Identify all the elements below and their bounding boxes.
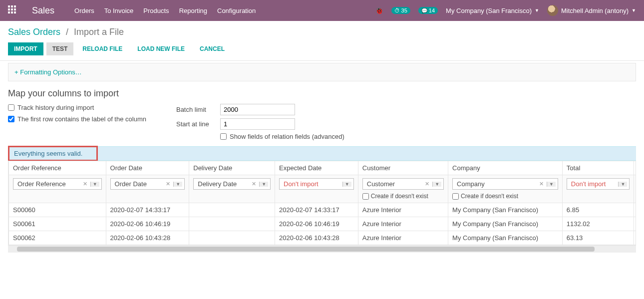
field-mapping-select[interactable]: Order Date✕▼ xyxy=(110,178,185,190)
activities-badge[interactable]: ⏱35 xyxy=(391,7,410,14)
table-cell: S00062 xyxy=(9,231,106,245)
table-cell: Azure Interior xyxy=(358,231,448,245)
table-cell: S00061 xyxy=(9,217,106,231)
test-button[interactable]: TEST xyxy=(46,42,74,55)
field-mapping-value: Delivery Date xyxy=(198,180,237,188)
formatting-options-toggle[interactable]: + Formatting Options… xyxy=(14,68,82,76)
breadcrumb-root[interactable]: Sales Orders xyxy=(8,27,60,37)
clear-mapping-icon[interactable]: ✕ xyxy=(539,181,544,187)
caret-down-icon: ▼ xyxy=(632,8,636,13)
dropdown-icon[interactable]: ▼ xyxy=(432,182,441,187)
menu-products[interactable]: Products xyxy=(143,7,169,14)
top-navigation: Sales Orders To Invoice Products Reporti… xyxy=(0,0,644,21)
table-cell: 2020-02-07 14:33:17 xyxy=(106,203,189,217)
dropdown-icon[interactable]: ▼ xyxy=(342,182,351,187)
clear-mapping-icon[interactable]: ✕ xyxy=(425,181,429,187)
clear-mapping-icon[interactable]: ✕ xyxy=(166,181,170,187)
control-panel: Sales Orders / Import a File IMPORT TEST… xyxy=(0,21,644,61)
field-mapping-value: Company xyxy=(457,180,485,188)
import-button[interactable]: IMPORT xyxy=(8,42,43,55)
cancel-button[interactable]: CANCEL xyxy=(194,42,231,55)
menu-orders[interactable]: Orders xyxy=(74,7,94,14)
dropdown-icon[interactable]: ▼ xyxy=(259,182,268,187)
create-if-missing-checkbox[interactable] xyxy=(452,193,459,200)
field-mapping-select[interactable]: Don't import▼ xyxy=(567,178,630,190)
track-history-checkbox[interactable] xyxy=(8,104,14,111)
reload-file-button[interactable]: RELOAD FILE xyxy=(76,42,128,55)
table-cell: 2020-02-06 10:43:28 xyxy=(106,231,189,245)
field-mapping-value: Order Reference xyxy=(17,180,66,188)
column-header: Customer xyxy=(358,161,448,175)
right-options: Batch limit Start at line Show fields of… xyxy=(176,104,344,140)
column-headers-row: Order ReferenceOrder DateDelivery DateEx… xyxy=(9,161,637,175)
user-menu[interactable]: Mitchell Admin (antony) ▼ xyxy=(547,5,636,16)
column-mapper-cell: Don't import▼ xyxy=(275,175,358,203)
table-cell: 2020-02-06 10:46:19 xyxy=(106,217,189,231)
create-if-missing-option[interactable]: Create if doesn't exist xyxy=(362,193,444,200)
table-cell: 63.13 xyxy=(562,231,634,245)
import-body: + Formatting Options… Map your columns t… xyxy=(0,61,644,261)
messaging-badge[interactable]: 14 xyxy=(418,7,438,14)
user-name: Mitchell Admin (antony) xyxy=(561,7,629,14)
column-header: Invoice Status xyxy=(634,161,636,175)
import-table: Order ReferenceOrder DateDelivery DateEx… xyxy=(8,161,636,245)
field-mapping-select[interactable]: Don't import▼ xyxy=(279,178,354,190)
column-header: Total xyxy=(562,161,634,175)
create-if-missing-label: Create if doesn't exist xyxy=(461,193,518,200)
dropdown-icon[interactable]: ▼ xyxy=(173,182,182,187)
clear-mapping-icon[interactable]: ✕ xyxy=(252,181,256,187)
track-history-label: Track history during import xyxy=(17,104,94,111)
column-header: Expected Date xyxy=(275,161,358,175)
table-cell: My Company (San Francisco) xyxy=(448,217,563,231)
menu-configuration[interactable]: Configuration xyxy=(217,7,256,14)
first-row-label: The first row contains the label of the … xyxy=(17,115,146,123)
horizontal-scrollbar[interactable] xyxy=(8,246,636,253)
field-mapping-value: Don't import xyxy=(284,180,319,188)
table-cell: 2020-02-06 10:43:28 xyxy=(275,231,358,245)
dropdown-icon[interactable]: ▼ xyxy=(547,182,556,187)
field-mapping-select[interactable]: Delivery Date✕▼ xyxy=(193,178,271,190)
column-mapper-cell: Don't import▼ xyxy=(562,175,634,203)
app-brand[interactable]: Sales xyxy=(32,5,54,16)
column-mapper-cell: Company✕▼Create if doesn't exist xyxy=(448,175,563,203)
column-header: Order Reference xyxy=(9,161,106,175)
create-if-missing-checkbox[interactable] xyxy=(362,193,369,200)
toolbar: IMPORT TEST RELOAD FILE LOAD NEW FILE CA… xyxy=(8,42,636,55)
create-if-missing-option[interactable]: Create if doesn't exist xyxy=(452,193,558,200)
create-if-missing-label: Create if doesn't exist xyxy=(371,193,428,200)
import-table-wrap[interactable]: Order ReferenceOrder DateDelivery DateEx… xyxy=(8,161,636,246)
scrollbar-thumb[interactable] xyxy=(17,247,595,252)
table-cell: 6.85 xyxy=(562,203,634,217)
start-line-input[interactable] xyxy=(220,118,295,130)
table-row: S000622020-02-06 10:43:282020-02-06 10:4… xyxy=(9,231,637,245)
field-mapping-select[interactable]: Company✕▼ xyxy=(452,178,558,190)
table-cell: Nothing to Invoice xyxy=(634,203,636,217)
breadcrumb-current: Import a File xyxy=(74,27,124,37)
first-row-option[interactable]: The first row contains the label of the … xyxy=(8,115,146,123)
column-mapper-cell: Order Date✕▼ xyxy=(106,175,189,203)
debug-icon[interactable]: 🐞 xyxy=(375,6,383,14)
load-new-file-button[interactable]: LOAD NEW FILE xyxy=(131,42,191,55)
menu-reporting[interactable]: Reporting xyxy=(179,7,207,14)
dropdown-icon[interactable]: ▼ xyxy=(90,182,99,187)
field-mapping-select[interactable]: Customer✕▼ xyxy=(362,178,444,190)
batch-limit-input[interactable] xyxy=(220,104,295,115)
clear-mapping-icon[interactable]: ✕ xyxy=(83,181,87,187)
company-switcher[interactable]: My Company (San Francisco) ▼ xyxy=(446,7,539,14)
show-relation-checkbox[interactable] xyxy=(220,133,227,140)
messaging-count: 14 xyxy=(429,7,435,13)
first-row-checkbox[interactable] xyxy=(8,116,14,122)
dropdown-icon[interactable]: ▼ xyxy=(618,182,627,187)
table-cell: Azure Interior xyxy=(358,203,448,217)
apps-icon[interactable] xyxy=(8,5,18,15)
track-history-option[interactable]: Track history during import xyxy=(8,104,146,111)
menu-to-invoice[interactable]: To Invoice xyxy=(104,7,134,14)
table-cell xyxy=(189,217,275,231)
caret-down-icon: ▼ xyxy=(535,8,539,13)
validation-status: Everything seems valid. xyxy=(8,146,636,161)
field-mapping-select[interactable]: Order Reference✕▼ xyxy=(13,178,102,190)
start-line-label: Start at line xyxy=(176,120,216,128)
column-header: Order Date xyxy=(106,161,189,175)
table-cell: My Company (San Francisco) xyxy=(448,203,563,217)
table-cell: 2020-02-07 14:33:17 xyxy=(275,203,358,217)
